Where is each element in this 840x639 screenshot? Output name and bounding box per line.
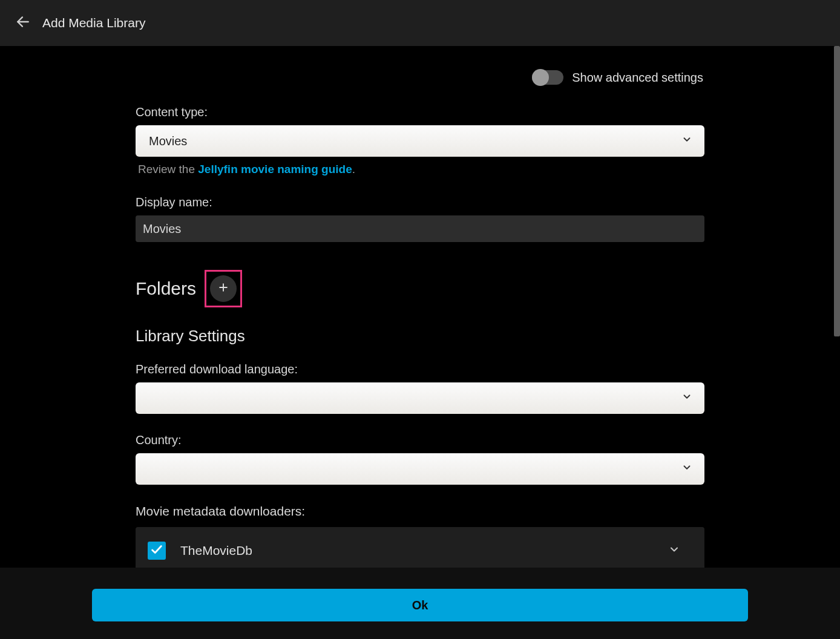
folders-heading: Folders: [136, 278, 196, 299]
downloaders-label: Movie metadata downloaders:: [136, 504, 704, 519]
content-type-help: Review the Jellyfin movie naming guide.: [136, 163, 704, 176]
add-folder-button[interactable]: [210, 275, 237, 302]
language-label: Preferred download language:: [136, 362, 704, 376]
dialog-header: Add Media Library: [0, 0, 840, 46]
chevron-down-icon: [681, 134, 692, 148]
chevron-down-icon: [681, 392, 692, 405]
downloader-name: TheMovieDb: [180, 543, 252, 558]
content-type-select[interactable]: Movies: [136, 125, 704, 157]
advanced-toggle[interactable]: [532, 70, 563, 85]
downloader-expand[interactable]: [668, 543, 680, 558]
add-folder-highlight: [205, 270, 242, 307]
display-name-input[interactable]: [136, 215, 704, 242]
content-type-label: Content type:: [136, 105, 704, 119]
scroll-area[interactable]: Show advanced settings Content type: Mov…: [0, 46, 840, 639]
display-name-label: Display name:: [136, 195, 704, 209]
language-select[interactable]: [136, 382, 704, 414]
advanced-label: Show advanced settings: [572, 71, 703, 85]
plus-icon: [217, 281, 229, 296]
chevron-down-icon: [681, 462, 692, 476]
chevron-down-icon: [668, 547, 680, 557]
dialog-body: Show advanced settings Content type: Mov…: [0, 46, 840, 639]
library-settings-heading: Library Settings: [136, 327, 704, 346]
help-suffix: .: [352, 163, 355, 175]
downloader-checkbox[interactable]: [148, 542, 166, 560]
content-type-value: Movies: [149, 134, 187, 148]
dialog-footer: Ok: [0, 568, 840, 639]
arrow-left-icon: [15, 14, 31, 32]
scrollbar-thumb[interactable]: [834, 46, 840, 336]
naming-guide-link[interactable]: Jellyfin movie naming guide: [198, 163, 352, 175]
back-button[interactable]: [11, 11, 35, 35]
help-prefix: Review the: [138, 163, 198, 175]
toggle-knob: [532, 69, 549, 86]
country-select[interactable]: [136, 453, 704, 485]
country-label: Country:: [136, 433, 704, 447]
dialog-title: Add Media Library: [42, 16, 145, 30]
check-icon: [150, 543, 163, 559]
ok-button[interactable]: Ok: [92, 589, 748, 621]
